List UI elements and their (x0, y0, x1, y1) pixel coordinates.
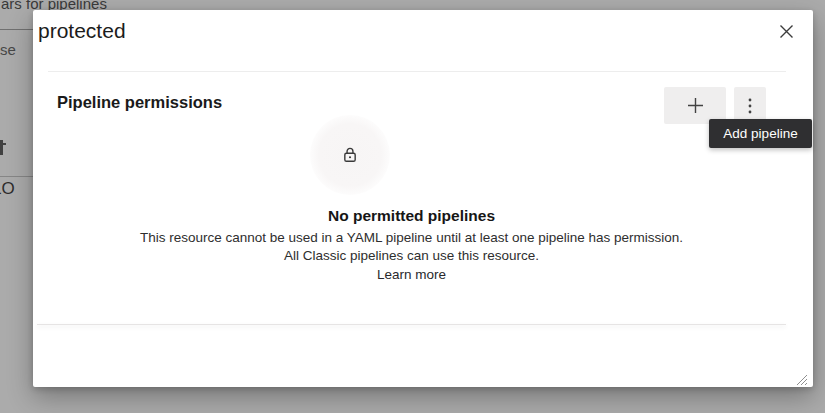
plus-icon (687, 97, 704, 114)
background-clipped-glyph (0, 140, 3, 155)
title-divider (48, 71, 786, 72)
background-divider-mid (0, 176, 34, 177)
background-divider-top (0, 29, 34, 30)
add-pipeline-tooltip: Add pipeline (709, 119, 812, 148)
close-icon (779, 24, 794, 39)
empty-state-description-line2: All Classic pipelines can use this resou… (37, 247, 786, 265)
empty-state: No permitted pipelines This resource can… (37, 206, 786, 284)
pipeline-permissions-dialog: protected Pipeline permissions Add pipel… (33, 10, 813, 387)
kebab-menu-icon (748, 98, 752, 114)
content-bottom-divider (37, 324, 786, 325)
empty-state-title: No permitted pipelines (37, 206, 786, 226)
resize-handle[interactable] (793, 371, 809, 387)
empty-state-description-line1: This resource cannot be used in a YAML p… (37, 229, 786, 247)
dialog-title: protected (38, 17, 126, 45)
background-clipped-label: LO (0, 179, 15, 199)
background-clipped-text: se (0, 41, 16, 58)
section-heading: Pipeline permissions (57, 93, 222, 112)
close-button[interactable] (772, 17, 800, 45)
resize-grip-icon (793, 371, 809, 387)
lock-icon (341, 146, 359, 164)
lock-icon-circle (310, 115, 390, 195)
learn-more-link[interactable]: Learn more (377, 266, 446, 284)
